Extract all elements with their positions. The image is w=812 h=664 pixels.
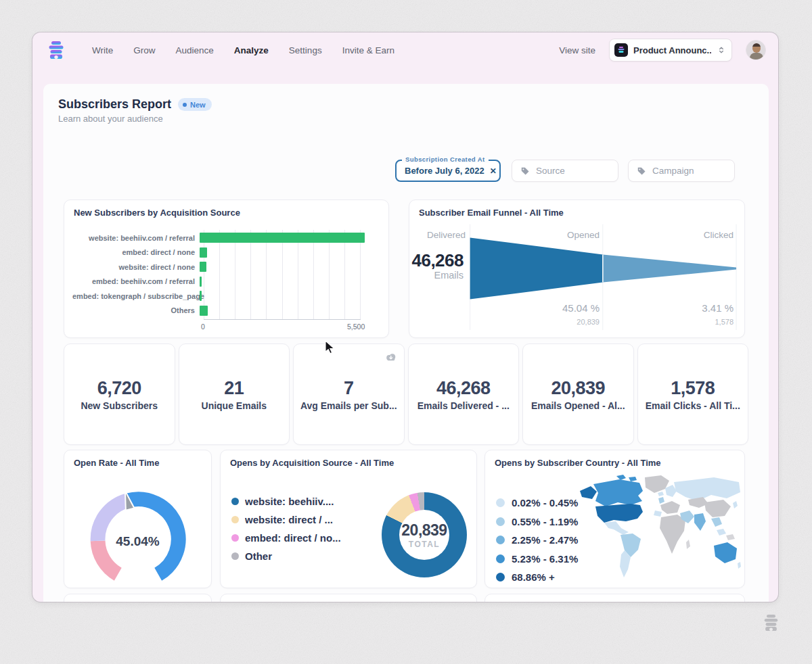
page-subtitle: Learn about your audience — [58, 114, 163, 124]
bar[interactable] — [200, 277, 202, 287]
partial-card — [64, 594, 212, 602]
chart-title: New Subscribers by Acquisition Source — [74, 208, 240, 218]
stat-new-subscribers[interactable]: 6,720 New Subscribers — [64, 343, 175, 445]
beehiiv-watermark-icon — [762, 614, 780, 632]
bar[interactable] — [200, 247, 207, 258]
bar-row: website: beehiiv.com / referral — [72, 231, 383, 245]
funnel-opened-count: 20,839 — [577, 318, 600, 326]
bar-row: Others — [72, 304, 383, 318]
partial-card — [220, 594, 477, 602]
nav-right: View site Product Announc... — [559, 39, 766, 62]
stat-emails-delivered[interactable]: 46,268 Emails Delivered - ... — [408, 343, 520, 445]
funnel-stage-label: Clicked — [704, 230, 734, 240]
funnel-stage-label: Opened — [567, 230, 600, 240]
legend-dot-icon — [496, 498, 505, 507]
funnel-delivered-value: 46,268 — [411, 250, 464, 271]
nav-tab-audience[interactable]: Audience — [176, 45, 214, 55]
legend-dot-icon — [496, 554, 505, 563]
card-new-subscribers-by-source: New Subscribers by Acquisition Source we… — [64, 199, 389, 338]
gauge-chart[interactable] — [64, 450, 211, 588]
top-nav: Write Grow Audience Analyze Settings Inv… — [32, 32, 778, 68]
legend-item: 2.25% - 2.47% — [496, 531, 578, 550]
view-site-link[interactable]: View site — [559, 45, 595, 55]
chevron-updown-icon — [717, 45, 726, 55]
donut-center: 20,839 TOTAL — [382, 492, 467, 577]
mouse-cursor — [325, 341, 335, 355]
content-panel: Subscribers Report New Learn about your … — [43, 84, 769, 602]
filter-source[interactable]: Source — [512, 160, 618, 182]
filter-field-label: Subscription Created At — [402, 156, 489, 163]
filter-campaign[interactable]: Campaign — [628, 160, 735, 182]
legend-item: 0.02% - 0.45% — [496, 494, 578, 513]
bar[interactable] — [200, 262, 206, 272]
funnel-clicked-count: 1,578 — [715, 318, 734, 326]
nav-tabs: Write Grow Audience Analyze Settings Inv… — [92, 45, 394, 55]
world-map[interactable] — [579, 475, 741, 583]
bar-row: embed: beehiiv.com / referral — [72, 275, 383, 289]
screen: { "colors": { "background": "#ecebec", "… — [0, 0, 812, 664]
card-open-rate-gauge: Open Rate - All Time 45.04% — [64, 450, 212, 588]
legend-dot-icon — [231, 498, 239, 505]
page-title: Subscribers Report — [58, 97, 171, 112]
legend-item: 68.86% + — [496, 568, 578, 587]
publication-selector[interactable]: Product Announc... — [609, 39, 732, 62]
gauge-value: 45.04% — [64, 534, 211, 549]
legend-item: 5.23% - 6.31% — [496, 550, 578, 569]
stat-email-clicks[interactable]: 1,578 Email Clicks - All Ti... — [637, 343, 749, 445]
legend-dot-icon — [231, 534, 239, 542]
funnel-stage-label: Delivered — [427, 230, 466, 240]
x-axis-tick: 0 — [201, 323, 205, 331]
app-window: Write Grow Audience Analyze Settings Inv… — [32, 32, 778, 602]
stat-emails-opened[interactable]: 20,839 Emails Opened - Al... — [522, 343, 634, 445]
bar[interactable] — [200, 291, 202, 301]
card-subscriber-email-funnel: Subscriber Email Funnel - All Time Deliv… — [409, 199, 745, 338]
filter-clear-icon[interactable]: ✕ — [490, 166, 497, 176]
bar[interactable] — [200, 233, 365, 243]
nav-tab-settings[interactable]: Settings — [289, 45, 322, 55]
legend-dot-icon — [231, 552, 239, 560]
publication-icon — [614, 43, 628, 57]
bar-row: embed: tokengraph / subscribe_page — [72, 289, 383, 304]
stat-unique-emails[interactable]: 21 Unique Emails — [179, 343, 290, 445]
filter-value: Before July 6, 2022 — [405, 166, 484, 176]
beehiiv-logo-icon[interactable] — [46, 41, 66, 60]
chart-title: Opens by Subscriber Country - All Time — [495, 458, 661, 468]
bar-row: embed: direct / none — [72, 245, 383, 260]
partial-card — [484, 594, 745, 602]
tag-icon — [520, 166, 530, 176]
nav-tab-grow[interactable]: Grow — [133, 45, 155, 55]
funnel-delivered-unit: Emails — [434, 270, 464, 281]
nav-tab-analyze[interactable]: Analyze — [234, 45, 269, 55]
nav-tab-invite-earn[interactable]: Invite & Earn — [342, 45, 394, 55]
legend-dot-icon — [496, 517, 505, 526]
legend-dot-icon — [496, 536, 505, 544]
user-avatar[interactable] — [746, 40, 766, 60]
card-opens-by-country: Opens by Subscriber Country - All Time 0… — [484, 450, 745, 588]
tag-icon — [637, 166, 646, 176]
filter-subscription-created-at[interactable]: Subscription Created At Before July 6, 2… — [395, 160, 501, 182]
stats-row: 6,720 New Subscribers 21 Unique Emails 7… — [64, 343, 748, 445]
nav-tab-write[interactable]: Write — [92, 45, 113, 55]
stat-avg-emails-per-sub[interactable]: 7 Avg Emails per Sub... — [293, 343, 405, 445]
legend-dot-icon — [231, 516, 239, 523]
bar[interactable] — [200, 306, 208, 316]
map-legend: 0.02% - 0.45% 0.55% - 1.19% 2.25% - 2.47… — [496, 494, 578, 587]
bar-chart: website: beehiiv.com / referral embed: d… — [72, 231, 383, 318]
legend-item: 0.55% - 1.19% — [496, 513, 578, 531]
x-axis-tick: 5,500 — [347, 323, 365, 331]
badge-dot-icon — [183, 103, 187, 107]
bar-row: website: direct / none — [72, 260, 383, 275]
chart-title: Opens by Acquisition Source - All Time — [230, 458, 394, 468]
publication-name: Product Announc... — [633, 45, 711, 55]
funnel-opened-pct: 45.04 % — [562, 302, 600, 314]
funnel-clicked-pct: 3.41 % — [702, 302, 734, 314]
card-opens-by-source: Opens by Acquisition Source - All Time w… — [220, 450, 477, 588]
new-badge: New — [178, 98, 212, 111]
download-cloud-icon[interactable] — [384, 351, 397, 364]
legend-dot-icon — [496, 573, 505, 582]
